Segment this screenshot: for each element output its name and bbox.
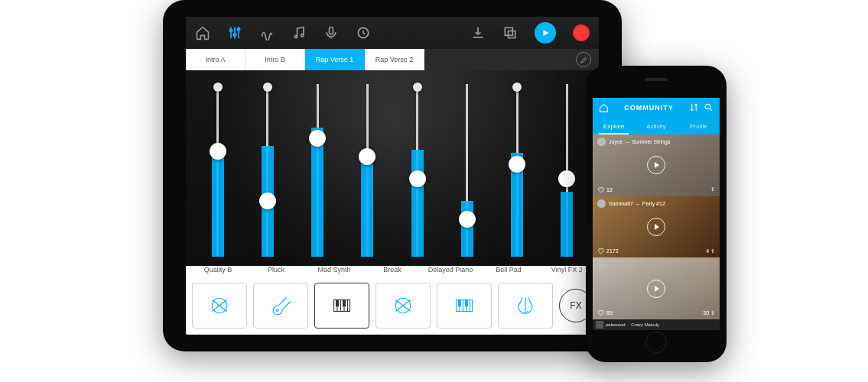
eq-icon[interactable] (259, 25, 275, 40)
tab-intro-b[interactable]: Intro B (245, 49, 305, 70)
mixer-area (186, 70, 599, 266)
mixer-icon[interactable] (227, 25, 242, 40)
download-icon[interactable] (470, 25, 486, 40)
play-icon[interactable] (647, 218, 665, 236)
feed-card-1[interactable]: Joyce – Summer Strings 12 ⇪ (593, 134, 720, 196)
svg-rect-8 (509, 31, 515, 38)
export-icon[interactable] (502, 25, 518, 40)
tablet-device: Intro A Intro B Rap Verse 1 Rap Verse 2 (163, 0, 622, 351)
avatar (597, 261, 606, 269)
channel-5[interactable] (399, 78, 435, 263)
svg-point-10 (276, 309, 278, 312)
inst-label-2: Pluck (247, 266, 305, 283)
share-count[interactable]: 30 ⇪ (703, 310, 715, 316)
svg-rect-12 (336, 300, 339, 306)
svg-point-3 (294, 35, 297, 37)
inst-keys-1[interactable] (314, 283, 369, 329)
play-button[interactable] (535, 22, 556, 44)
inst-label-5: Delayed Piano (421, 266, 480, 283)
channel-7[interactable] (499, 78, 535, 263)
inst-label-3: Mad Synth (305, 266, 363, 283)
phone-header: COMMUNITY (593, 98, 720, 118)
inst-label-4: Break (363, 266, 421, 283)
now-playing-bar[interactable]: pelewood·Crazy Melody (593, 319, 720, 330)
avatar (597, 199, 606, 208)
channel-3[interactable] (300, 78, 336, 263)
tab-activity[interactable]: Activity (635, 118, 677, 134)
community-app: COMMUNITY Explore Activity Profile Joyce… (593, 98, 720, 330)
instrument-strip: Quality B Pluck Mad Synth Break Delayed … (186, 266, 599, 335)
inst-drum-1[interactable] (192, 283, 247, 329)
svg-rect-16 (459, 300, 461, 306)
loop-icon[interactable] (356, 25, 371, 40)
svg-point-0 (229, 29, 232, 31)
svg-point-1 (233, 34, 236, 36)
share-icon[interactable]: ⇪ (710, 186, 715, 193)
inst-keys-2[interactable] (437, 283, 492, 329)
now-playing-art (596, 321, 603, 329)
tab-profile[interactable]: Profile (678, 118, 720, 134)
tab-intro-a[interactable]: Intro A (186, 49, 245, 70)
inst-drum-2[interactable] (375, 283, 431, 329)
tab-rap-verse-1[interactable]: Rap Verse 1 (305, 49, 365, 70)
svg-point-2 (237, 28, 239, 30)
channel-1[interactable] (200, 78, 236, 263)
music-app: Intro A Intro B Rap Verse 1 Rap Verse 2 (186, 17, 599, 335)
feed: Joyce – Summer Strings 12 ⇪ Sabrina87 – … (593, 134, 720, 319)
tab-rap-verse-2[interactable]: Rap Verse 2 (365, 49, 424, 70)
play-icon[interactable] (647, 280, 665, 298)
avatar (597, 138, 606, 146)
tab-explore[interactable]: Explore (593, 118, 635, 134)
svg-rect-5 (330, 28, 333, 34)
section-tabs: Intro A Intro B Rap Verse 1 Rap Verse 2 (186, 49, 599, 70)
phone-tabs: Explore Activity Profile (593, 118, 720, 134)
play-icon[interactable] (647, 156, 665, 174)
mic-icon[interactable] (323, 25, 339, 40)
edit-sections-button[interactable] (576, 52, 591, 67)
channel-4[interactable] (349, 78, 385, 263)
svg-rect-17 (466, 300, 468, 306)
channel-2[interactable] (249, 78, 285, 263)
home-icon[interactable] (195, 25, 210, 40)
inst-guitar[interactable] (253, 283, 308, 329)
top-toolbar (186, 17, 599, 49)
channel-8[interactable] (549, 78, 585, 263)
svg-point-4 (301, 34, 304, 37)
feed-card-2[interactable]: Sabrina87 – Party #12 2172 4 ⇪ (593, 196, 720, 258)
inst-label-6: Bell Pad (480, 266, 538, 283)
inst-violin[interactable] (498, 283, 553, 329)
phone-home-icon[interactable] (599, 103, 609, 113)
note-icon[interactable] (291, 25, 307, 40)
like-button[interactable]: 2172 (597, 248, 619, 254)
like-button[interactable]: 12 (597, 186, 613, 193)
search-icon[interactable] (704, 102, 714, 114)
share-count[interactable]: 4 ⇪ (706, 248, 715, 254)
feed-card-3[interactable]: 89 30 ⇪ (593, 257, 720, 319)
phone-title: COMMUNITY (624, 104, 674, 112)
phone-device: COMMUNITY Explore Activity Profile Joyce… (586, 66, 727, 362)
svg-rect-13 (343, 300, 346, 306)
channel-6[interactable] (449, 78, 485, 263)
sort-icon[interactable] (689, 102, 699, 114)
record-button[interactable] (573, 24, 590, 41)
like-button[interactable]: 89 (597, 309, 613, 316)
inst-label-1: Quality B (189, 266, 247, 283)
svg-point-18 (705, 104, 710, 109)
